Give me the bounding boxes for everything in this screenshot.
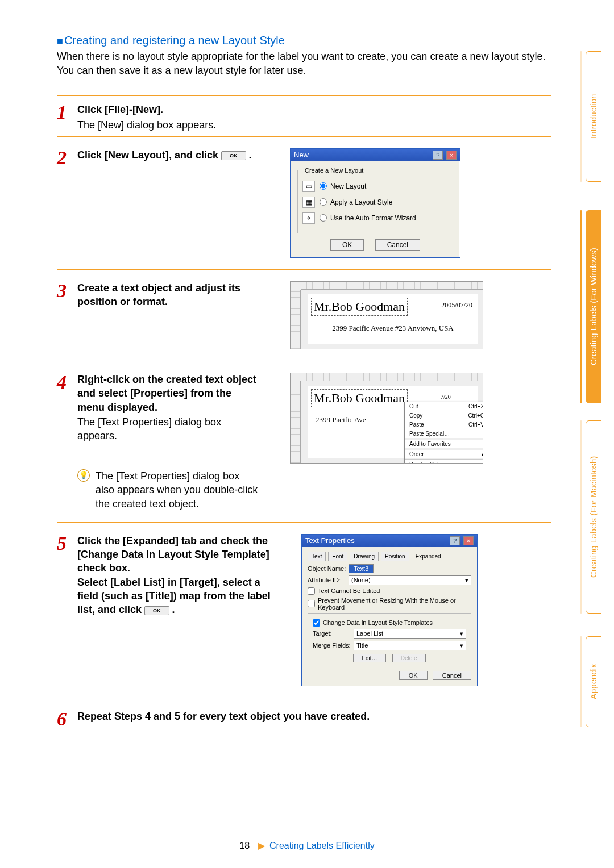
text-object-address[interactable]: 2399 Pacific Avenue #23 Anytown, USA [313, 323, 472, 334]
sidetab-windows[interactable]: Creating Labels (For Windows) [586, 210, 601, 403]
sidetab-macintosh[interactable]: Creating Labels (For Macintosh) [586, 420, 601, 614]
ruler-vertical [291, 381, 301, 463]
tab-font[interactable]: Font [328, 552, 347, 561]
radio-apply-style[interactable] [320, 198, 327, 206]
sidetab-introduction[interactable]: Introduction [586, 51, 601, 182]
step-number-1: 1 [57, 103, 77, 122]
page-number: 18 [239, 841, 250, 850]
text-object-name[interactable]: Mr.Bob Goodman [311, 298, 408, 316]
page-footer: 18 ▶ Creating Labels Efficiently [0, 840, 614, 851]
step5-heading: Click the [Expanded] tab and check the [… [77, 534, 271, 575]
help-icon[interactable]: ? [433, 151, 443, 160]
tab-drawing[interactable]: Drawing [350, 552, 379, 561]
footer-title[interactable]: Creating Labels Efficiently [269, 841, 375, 850]
ctx-add-favorites[interactable]: Add to Favorites [405, 440, 483, 449]
ok-button-inline[interactable]: OK [221, 151, 246, 160]
ctx-order[interactable]: Order▸ [405, 450, 483, 459]
option-new-layout[interactable]: ▭ New Layout [302, 178, 448, 194]
target-label: Target: [313, 630, 354, 637]
ctx-paste-special[interactable]: Paste Special… [405, 429, 483, 439]
edit-button[interactable]: Edit… [353, 654, 385, 662]
merge-fields-select[interactable]: Title▾ [354, 641, 466, 650]
radio-auto-wizard[interactable] [320, 214, 327, 222]
step-number-3: 3 [57, 281, 77, 301]
text-object-address-partial[interactable]: 2399 Pacific Ave [313, 414, 368, 425]
text-object-date-suffix: 7/20 [438, 393, 453, 401]
step-number-5: 5 [57, 534, 77, 553]
step-number-4: 4 [57, 373, 77, 392]
delete-button: Delete [392, 654, 426, 662]
ctx-cut[interactable]: CutCtrl+X [405, 402, 483, 411]
object-name-label: Object Name: [308, 565, 349, 572]
attribute-id-select[interactable]: (None)▾ [349, 575, 471, 585]
tab-expanded[interactable]: Expanded [412, 552, 445, 561]
text-object-name[interactable]: Mr.Bob Goodman [311, 389, 408, 407]
chk-prevent-move[interactable]: Prevent Movement or Resizing With the Mo… [308, 597, 471, 611]
tp-cancel-button[interactable]: Cancel [433, 671, 471, 680]
step4-tip: The [Text Properties] dialog box also ap… [96, 469, 260, 511]
new-dialog-group: Create a New Layout [302, 167, 366, 174]
target-select[interactable]: Label List▾ [354, 629, 466, 639]
option-apply-style[interactable]: ▦ Apply a Layout Style [302, 194, 448, 210]
section-heading: ■Creating and registering a new Layout S… [57, 34, 551, 47]
merge-fields-label: Merge Fields: [313, 642, 354, 649]
step1-heading: Click [File]-[New]. [77, 103, 216, 116]
tp-dialog-title: Text Properties [305, 536, 355, 545]
text-object-date[interactable]: 2005/07/20 [439, 300, 475, 311]
layout-icon: ▦ [302, 197, 315, 208]
ruler-horizontal [301, 373, 483, 381]
chevron-down-icon: ▾ [460, 630, 463, 637]
radio-new-layout[interactable] [320, 182, 327, 190]
tab-text[interactable]: Text [308, 552, 326, 561]
object-name-value[interactable]: Text3 [349, 564, 374, 573]
chk-change-data[interactable]: Change Data in Layout Style Templates [313, 619, 466, 627]
help-icon[interactable]: ? [450, 536, 460, 545]
attribute-id-label: Attribute ID: [308, 577, 349, 583]
step-number-2: 2 [57, 148, 77, 168]
ruler-vertical [291, 290, 301, 349]
option-auto-wizard[interactable]: ✧ Use the Auto Format Wizard [302, 210, 448, 226]
close-icon[interactable]: × [446, 151, 457, 160]
new-dialog-title: New [294, 151, 309, 159]
step4-heading: Right-click on the created text object a… [77, 373, 259, 414]
new-dialog-ok-button[interactable]: OK [330, 239, 364, 251]
chk-cannot-edit[interactable]: Text Cannot Be Edited [308, 587, 471, 595]
label-canvas-step4: Mr.Bob Goodman 7/20 2399 Pacific Ave SA … [290, 373, 483, 464]
tp-ok-button[interactable]: OK [399, 671, 428, 680]
close-icon[interactable]: × [463, 536, 474, 545]
wizard-icon: ✧ [302, 212, 315, 224]
document-icon: ▭ [302, 181, 315, 192]
sidetab-appendix[interactable]: Appendix [586, 636, 601, 727]
ctx-display-options[interactable]: Display Options… [405, 460, 483, 464]
section-intro: When there is no layout style appropriat… [57, 49, 551, 78]
context-menu: CutCtrl+X CopyCtrl+C PasteCtrl+V Paste S… [404, 402, 483, 464]
step2-heading: Click [New Layout], and click OK . [77, 148, 252, 162]
tab-position[interactable]: Position [381, 552, 409, 561]
step-number-6: 6 [57, 710, 77, 729]
bullet-square: ■ [57, 35, 63, 47]
ctx-paste[interactable]: PasteCtrl+V [405, 420, 483, 429]
tip-icon: 💡 [77, 469, 90, 482]
new-dialog-cancel-button[interactable]: Cancel [375, 239, 420, 251]
section-heading-text: Creating and registering a new Layout St… [64, 34, 285, 47]
new-dialog: New ? × Create a New Layout ▭ New Layout [290, 148, 460, 258]
step5-heading-b: Select [Label List] in [Target], select … [77, 575, 271, 617]
label-canvas-step3: Mr.Bob Goodman 2005/07/20 2399 Pacific A… [290, 281, 483, 349]
step6-heading: Repeat Steps 4 and 5 for every text obje… [77, 710, 370, 723]
step1-desc: The [New] dialog box appears. [77, 118, 216, 132]
ok-button-inline[interactable]: OK [144, 606, 169, 615]
chevron-down-icon: ▾ [465, 577, 468, 584]
step4-desc: The [Text Properties] dialog box appears… [77, 415, 259, 443]
chevron-down-icon: ▾ [460, 642, 463, 649]
tp-tabs: Text Font Drawing Position Expanded [308, 552, 471, 561]
ruler-horizontal [301, 282, 483, 290]
text-properties-dialog: Text Properties ? × Text Font Drawing Po… [301, 534, 478, 686]
ctx-copy[interactable]: CopyCtrl+C [405, 411, 483, 420]
arrow-icon: ▶ [258, 841, 265, 850]
step3-heading: Create a text object and adjust its posi… [77, 281, 259, 309]
